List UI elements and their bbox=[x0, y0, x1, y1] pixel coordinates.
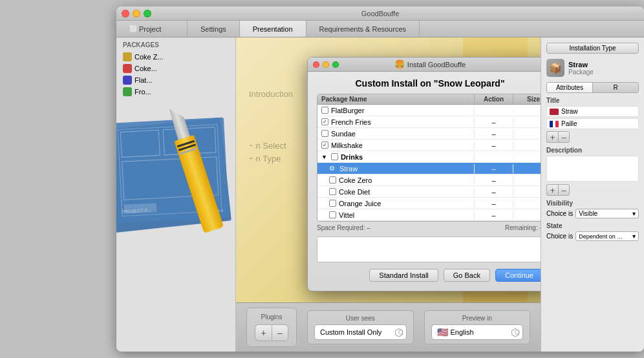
tab-settings[interactable]: Settings bbox=[188, 21, 240, 37]
tab-attributes[interactable]: Attributes bbox=[547, 83, 593, 92]
dropdown-arrow-icon: ⬡ bbox=[515, 329, 520, 335]
right-panel: Installation Type 📦 Straw Package Attrib… bbox=[541, 37, 644, 352]
window-controls bbox=[122, 10, 151, 17]
user-sees-label: User sees bbox=[346, 315, 375, 322]
package-checkbox[interactable] bbox=[329, 211, 336, 218]
installation-type-button[interactable]: Installation Type bbox=[546, 43, 639, 54]
dialog-icon: 🍔 bbox=[394, 59, 405, 69]
standard-install-button[interactable]: Standard Install bbox=[369, 269, 438, 282]
row-name: Coke Diet bbox=[317, 187, 475, 196]
package-checkbox[interactable] bbox=[321, 107, 328, 114]
visibility-label: Visibility bbox=[546, 200, 639, 207]
dialog-title: 🍔 Install GoodBouffe bbox=[394, 59, 466, 69]
add-plugin-button[interactable]: + bbox=[255, 324, 272, 341]
title-row-en[interactable]: Straw bbox=[546, 106, 639, 117]
flag-fr-icon bbox=[550, 121, 559, 127]
remove-title-button[interactable]: – bbox=[558, 131, 570, 143]
blueprint-decoration: v1.x PROJECT: P... bbox=[116, 104, 235, 233]
dialog-content: Custom Install on "Snow Leopard" Package… bbox=[308, 72, 541, 291]
table-row[interactable]: Sundae – bbox=[317, 128, 541, 140]
table-row[interactable]: ⚙ Straw – bbox=[317, 163, 541, 174]
title-add-remove: + – bbox=[546, 131, 639, 143]
dialog-buttons: Standard Install Go Back Continue bbox=[317, 265, 541, 284]
bottom-toolbar: Plugins + – User sees Custom Install Onl… bbox=[236, 302, 541, 352]
row-name: Sundae bbox=[317, 129, 475, 138]
title-section-label: Title bbox=[546, 97, 639, 104]
table-row[interactable]: Coke Zero – bbox=[317, 174, 541, 186]
package-icon bbox=[123, 87, 132, 96]
state-dropdown[interactable]: Dependent on Oth... ▾ bbox=[575, 231, 639, 241]
state-label: State bbox=[546, 222, 639, 229]
plugins-buttons: + – bbox=[255, 324, 288, 341]
list-item[interactable]: Coke... bbox=[116, 63, 235, 74]
row-name: ⚙ Straw bbox=[317, 164, 475, 173]
add-title-button[interactable]: + bbox=[546, 131, 558, 143]
remove-desc-button[interactable]: – bbox=[558, 184, 570, 196]
package-type: Package bbox=[568, 68, 594, 76]
table-row[interactable]: Coke Diet – bbox=[317, 186, 541, 198]
preview-section: Preview in 🇺🇸 English ⬡ bbox=[424, 310, 531, 344]
col-name-header: Package Name bbox=[317, 94, 475, 104]
list-item[interactable]: Flat... bbox=[116, 74, 235, 86]
table-row[interactable]: French Fries – bbox=[317, 116, 541, 128]
package-checkbox[interactable] bbox=[329, 188, 336, 195]
row-name: FlatBurger bbox=[317, 106, 475, 115]
close-button[interactable] bbox=[122, 10, 129, 17]
list-item[interactable]: Fro... bbox=[116, 86, 235, 98]
row-name: Milkshake bbox=[317, 141, 475, 150]
package-checkbox[interactable] bbox=[321, 142, 328, 149]
remove-plugin-button[interactable]: – bbox=[272, 324, 288, 341]
dialog-maximize-button[interactable] bbox=[332, 61, 339, 68]
window-title: GoodBouffe bbox=[361, 10, 400, 17]
list-item[interactable]: Coke Z... bbox=[116, 51, 235, 63]
package-name: Straw bbox=[568, 61, 594, 68]
description-add-remove: + – bbox=[546, 184, 639, 196]
add-desc-button[interactable]: + bbox=[546, 184, 558, 196]
package-checkbox[interactable] bbox=[321, 118, 328, 125]
flag-en-icon bbox=[550, 109, 559, 115]
description-box bbox=[317, 237, 541, 262]
dropdown-arrow-icon: ▾ bbox=[632, 210, 636, 217]
go-back-button[interactable]: Go Back bbox=[444, 269, 490, 282]
package-checkbox[interactable] bbox=[329, 200, 336, 207]
row-name: Orange Juice bbox=[317, 199, 475, 208]
col-size-header: Size bbox=[513, 94, 541, 104]
table-row[interactable]: Vittel – bbox=[317, 209, 541, 221]
title-row-fr[interactable]: Paille bbox=[546, 118, 639, 129]
visibility-row: Choice is Visible ▾ bbox=[546, 209, 639, 218]
package-checkbox[interactable] bbox=[329, 176, 336, 184]
package-icon bbox=[123, 76, 132, 85]
packages-header: PACKAGES bbox=[116, 37, 235, 51]
plugins-section: Plugins + – bbox=[246, 308, 297, 347]
package-checkbox[interactable] bbox=[321, 130, 328, 137]
attribute-tabs: Attributes R bbox=[546, 82, 639, 93]
row-name: Coke Zero bbox=[317, 176, 475, 185]
user-sees-dropdown[interactable]: Custom Install Only ⬡ bbox=[314, 324, 407, 340]
maximize-button[interactable] bbox=[144, 10, 151, 17]
package-icon bbox=[123, 64, 132, 73]
dialog-close-button[interactable] bbox=[313, 61, 319, 68]
minimize-button[interactable] bbox=[133, 10, 140, 17]
table-row[interactable]: FlatBurger bbox=[317, 105, 541, 116]
tab-requirements[interactable]: Requirements & Resources bbox=[306, 21, 420, 37]
table-row[interactable]: Milkshake – bbox=[317, 140, 541, 151]
package-checkbox[interactable] bbox=[331, 153, 338, 160]
dialog-minimize-button[interactable] bbox=[323, 61, 329, 68]
tab-project[interactable]: ⬜ Project bbox=[116, 21, 188, 37]
table-row[interactable]: Orange Juice – bbox=[317, 198, 541, 209]
continue-button[interactable]: Continue bbox=[495, 269, 541, 282]
tab-resources[interactable]: R bbox=[593, 83, 638, 92]
description-label: Description bbox=[546, 147, 639, 154]
space-info: Space Required: – Remaining: – bbox=[317, 222, 541, 234]
visibility-dropdown[interactable]: Visible ▾ bbox=[575, 209, 639, 218]
plugins-label: Plugins bbox=[261, 313, 283, 321]
table-header: Package Name Action Size bbox=[317, 94, 541, 105]
package-table: Package Name Action Size FlatBurger bbox=[317, 94, 541, 222]
left-panel: PACKAGES Coke Z... Coke... Flat... Fro..… bbox=[116, 37, 236, 352]
table-row[interactable]: ▼ Drinks bbox=[317, 151, 541, 163]
package-icon bbox=[123, 52, 132, 61]
tab-presentation[interactable]: Presentation bbox=[240, 21, 306, 37]
description-area[interactable] bbox=[546, 156, 639, 182]
preview-in-dropdown[interactable]: 🇺🇸 English ⬡ bbox=[431, 324, 524, 340]
main-window: GoodBouffe ⬜ Project Settings Presentati… bbox=[116, 6, 644, 352]
